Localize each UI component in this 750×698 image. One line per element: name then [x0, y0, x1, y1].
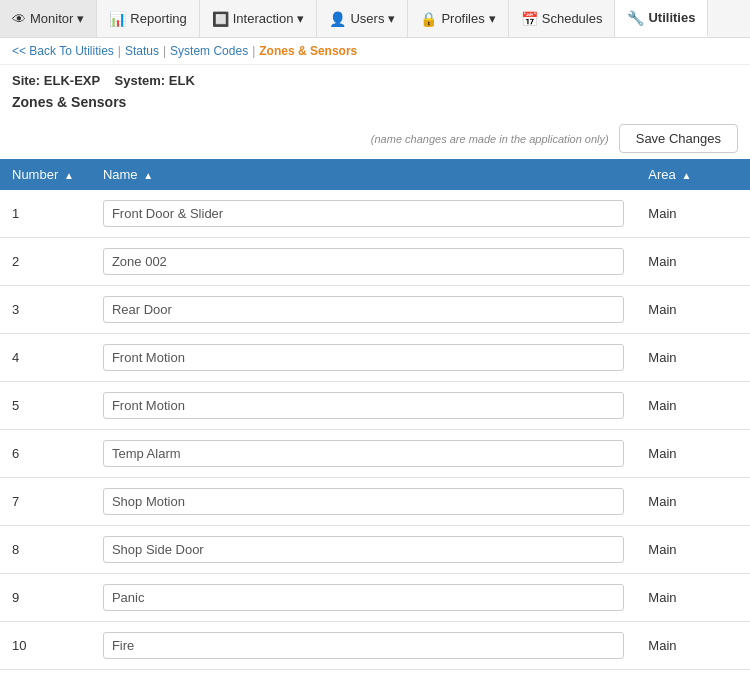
table-row: 5Main: [0, 382, 750, 430]
table-row: 9Main: [0, 574, 750, 622]
zone-name-input[interactable]: [103, 440, 624, 467]
save-changes-button[interactable]: Save Changes: [619, 124, 738, 153]
schedules-icon: 📅: [521, 11, 538, 27]
col-name[interactable]: Name ▲: [91, 159, 636, 190]
cell-number: 6: [0, 430, 91, 478]
interaction-icon: 🔲: [212, 11, 229, 27]
status-link[interactable]: Status: [125, 44, 159, 58]
nav-schedules[interactable]: 📅 Schedules: [509, 0, 616, 37]
table-row: 6Main: [0, 430, 750, 478]
table-row: 3Main: [0, 286, 750, 334]
nav-utilities[interactable]: 🔧 Utilities: [615, 0, 708, 37]
current-breadcrumb: Zones & Sensors: [259, 44, 357, 58]
name-sort-icon: ▲: [143, 170, 153, 181]
col-number[interactable]: Number ▲: [0, 159, 91, 190]
cell-area: Main: [636, 430, 750, 478]
zone-name-input[interactable]: [103, 344, 624, 371]
cell-number: 10: [0, 622, 91, 670]
nav-interaction[interactable]: 🔲 Interaction ▾: [200, 0, 318, 37]
number-sort-icon: ▲: [64, 170, 74, 181]
nav-reporting[interactable]: 📊 Reporting: [97, 0, 199, 37]
zone-name-input[interactable]: [103, 632, 624, 659]
cell-number: 4: [0, 334, 91, 382]
profiles-icon: 🔒: [420, 11, 437, 27]
cell-area: Main: [636, 190, 750, 238]
table-header-row: Number ▲ Name ▲ Area ▲: [0, 159, 750, 190]
zones-table: Number ▲ Name ▲ Area ▲ 1Main2Main3Main4M…: [0, 159, 750, 670]
system-codes-link[interactable]: System Codes: [170, 44, 248, 58]
nav-users[interactable]: 👤 Users ▾: [317, 0, 408, 37]
table-row: 4Main: [0, 334, 750, 382]
cell-number: 1: [0, 190, 91, 238]
zone-name-input[interactable]: [103, 392, 624, 419]
table-row: 8Main: [0, 526, 750, 574]
users-icon: 👤: [329, 11, 346, 27]
cell-number: 5: [0, 382, 91, 430]
area-sort-icon: ▲: [681, 170, 691, 181]
utilities-icon: 🔧: [627, 10, 644, 26]
site-info: Site: ELK-EXP System: ELK: [0, 65, 750, 92]
zone-name-input[interactable]: [103, 248, 624, 275]
zone-name-input[interactable]: [103, 488, 624, 515]
top-nav: 👁 Monitor ▾ 📊 Reporting 🔲 Interaction ▾ …: [0, 0, 750, 38]
cell-number: 9: [0, 574, 91, 622]
table-row: 2Main: [0, 238, 750, 286]
table-row: 1Main: [0, 190, 750, 238]
cell-number: 7: [0, 478, 91, 526]
zone-name-input[interactable]: [103, 296, 624, 323]
cell-name: [91, 334, 636, 382]
nav-monitor[interactable]: 👁 Monitor ▾: [0, 0, 97, 37]
cell-name: [91, 478, 636, 526]
nav-profiles[interactable]: 🔒 Profiles ▾: [408, 0, 508, 37]
zone-name-input[interactable]: [103, 584, 624, 611]
breadcrumb: << Back To Utilities | Status | System C…: [0, 38, 750, 65]
cell-number: 3: [0, 286, 91, 334]
col-area[interactable]: Area ▲: [636, 159, 750, 190]
cell-area: Main: [636, 574, 750, 622]
cell-number: 2: [0, 238, 91, 286]
table-row: 10Main: [0, 622, 750, 670]
cell-name: [91, 190, 636, 238]
cell-area: Main: [636, 622, 750, 670]
save-bar: (name changes are made in the applicatio…: [0, 118, 750, 159]
zone-name-input[interactable]: [103, 536, 624, 563]
save-note: (name changes are made in the applicatio…: [371, 133, 609, 145]
cell-name: [91, 526, 636, 574]
monitor-icon: 👁: [12, 11, 26, 27]
cell-name: [91, 238, 636, 286]
table-row: 7Main: [0, 478, 750, 526]
cell-name: [91, 574, 636, 622]
cell-area: Main: [636, 382, 750, 430]
cell-name: [91, 382, 636, 430]
cell-area: Main: [636, 238, 750, 286]
cell-name: [91, 622, 636, 670]
cell-area: Main: [636, 334, 750, 382]
page-title: Zones & Sensors: [0, 92, 750, 118]
zone-name-input[interactable]: [103, 200, 624, 227]
cell-name: [91, 430, 636, 478]
cell-number: 8: [0, 526, 91, 574]
back-to-utilities-link[interactable]: << Back To Utilities: [12, 44, 114, 58]
cell-area: Main: [636, 286, 750, 334]
cell-name: [91, 286, 636, 334]
cell-area: Main: [636, 526, 750, 574]
cell-area: Main: [636, 478, 750, 526]
reporting-icon: 📊: [109, 11, 126, 27]
